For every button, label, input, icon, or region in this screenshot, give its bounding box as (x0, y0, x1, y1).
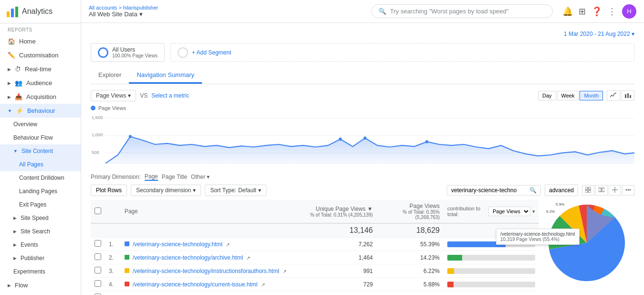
sidebar-item-events[interactable]: ▶ Events (0, 238, 81, 251)
audience-icon: 👥 (15, 79, 22, 87)
external-link-icon[interactable]: ↗ (283, 269, 286, 274)
property-selector[interactable]: All Web Site Data ▾ (89, 11, 158, 18)
unique-page-views-header[interactable]: Unique Page Views ▼ % of Total: 0.31% (4… (300, 200, 377, 223)
sidebar-item-label: Experiments (13, 268, 45, 275)
external-link-icon[interactable]: ↗ (246, 255, 250, 261)
expand-icon: ▶ (13, 229, 17, 234)
bar-chart-button[interactable] (621, 90, 634, 101)
row-pv-pct: 55.39% (377, 238, 443, 251)
expand-icon: ▶ (13, 242, 17, 247)
sort-arrow-icon: ▼ (367, 206, 373, 212)
comparison-button[interactable] (595, 185, 608, 196)
sidebar-item-overview[interactable]: Overview (0, 118, 81, 131)
sidebar-item-customisation[interactable]: ✏️ Customisation (0, 48, 81, 62)
page-link[interactable]: /veterinary-science-technology/instructi… (133, 268, 279, 274)
add-segment-button[interactable]: + Add Segment (170, 43, 634, 62)
contribution-metric-select[interactable]: Page Views (488, 207, 530, 216)
sidebar-item-site-content[interactable]: ▼ Site Content (0, 144, 81, 158)
search-filter-icon[interactable]: 🔍 (529, 187, 537, 194)
row-page: /veterinary-science-technology/inpress.h… (121, 291, 300, 295)
help-icon[interactable]: ❓ (591, 6, 602, 17)
filter-input[interactable] (451, 187, 528, 194)
sidebar-item-label: Customisation (19, 52, 58, 59)
expand-icon: ▶ (13, 256, 17, 261)
line-chart-button[interactable] (607, 90, 620, 101)
sort-type-button[interactable]: Sort Type: Default ▾ (205, 185, 266, 196)
sidebar-item-experiments[interactable]: Experiments (0, 265, 81, 278)
segment-name: All Users (112, 46, 158, 53)
all-users-segment[interactable]: All Users 100.00% Page Views (91, 43, 165, 62)
svg-rect-2 (15, 7, 18, 17)
breadcrumb-publisher[interactable]: hilarispublisher (123, 5, 158, 11)
tab-navigation-summary[interactable]: Navigation Summary (129, 67, 202, 84)
row-color-indicator (125, 241, 129, 246)
data-table-wrapper: Page Unique Page Views ▼ % of Total: 0.3… (91, 200, 539, 295)
global-search[interactable]: 🔍 Try searching "Worst pages by load spe… (371, 4, 553, 18)
row-checkbox[interactable] (95, 240, 101, 247)
sidebar-item-exit-pages[interactable]: Exit Pages (0, 198, 81, 211)
sidebar-item-acquisition[interactable]: ▶ 📥 Acquisition (0, 90, 81, 104)
pivot-button[interactable] (609, 185, 621, 196)
sidebar-item-label: Landing Pages (19, 188, 57, 195)
sidebar-item-landing-pages[interactable]: Landing Pages (0, 185, 81, 198)
dimension-page-link[interactable]: Page (145, 173, 158, 181)
sidebar-item-audience[interactable]: ▶ 👥 Audience (0, 76, 81, 90)
behaviour-icon: ⚡ (16, 107, 23, 114)
more-icon[interactable]: ⋮ (608, 6, 616, 17)
line-chart-icon (610, 92, 617, 98)
sidebar-item-publisher[interactable]: ▶ Publisher (0, 251, 81, 265)
external-link-icon[interactable]: ↗ (261, 282, 265, 287)
svg-point-16 (425, 140, 428, 143)
notifications-icon[interactable]: 🔔 (562, 6, 573, 17)
row-checkbox[interactable] (95, 267, 101, 273)
svg-rect-5 (630, 95, 631, 98)
dimension-other-link[interactable]: Other ▾ (191, 174, 210, 180)
secondary-dimension-button[interactable]: Secondary dimension ▾ (131, 185, 201, 196)
sidebar-item-all-pages[interactable]: All Pages (0, 158, 81, 171)
page-column-header[interactable]: Page (121, 200, 300, 223)
sidebar-item-behaviour[interactable]: ▼ ⚡ Behaviour (0, 104, 81, 118)
filter-input-area[interactable]: 🔍 (447, 185, 541, 196)
metric-selector-button[interactable]: Page Views ▾ (91, 90, 136, 101)
chevron-down-icon: ▾ (258, 187, 261, 194)
month-button[interactable]: Month (580, 91, 603, 100)
select-metric-link[interactable]: Select a metric (151, 92, 189, 99)
tab-explorer[interactable]: Explorer (91, 67, 129, 84)
sidebar-item-site-speed[interactable]: ▶ Site Speed (0, 211, 81, 225)
table-grid-button[interactable] (582, 185, 594, 196)
more-options-button[interactable] (622, 185, 634, 196)
page-link[interactable]: /veterinary-science-technology/current-i… (133, 281, 257, 288)
breadcrumb-all-accounts[interactable]: All accounts (89, 5, 117, 11)
svg-point-15 (364, 137, 367, 140)
sidebar-item-content-drilldown[interactable]: Content Drilldown (0, 171, 81, 185)
segments-bar: All Users 100.00% Page Views + Add Segme… (91, 43, 634, 62)
row-checkbox[interactable] (95, 280, 101, 287)
sidebar-item-realtime[interactable]: ▶ ⏱ Real-time (0, 62, 81, 76)
sidebar-item-search[interactable]: 🔍 Search (0, 292, 81, 295)
sidebar: Analytics REPORTS 🏠 Home ✏️ Customisatio… (0, 0, 81, 295)
external-link-icon[interactable]: ↗ (226, 242, 230, 247)
page-link[interactable]: /veterinary-science-technology.html (133, 241, 222, 248)
sidebar-item-behaviour-flow[interactable]: Behaviour Flow (0, 131, 81, 144)
total-unique-pv: 13,146 (300, 223, 377, 238)
sidebar-item-site-search[interactable]: ▶ Site Search (0, 225, 81, 238)
page-link[interactable]: /veterinary-science-technology/archive.h… (133, 254, 243, 261)
select-all-checkbox[interactable] (95, 208, 101, 214)
sidebar-item-flow[interactable]: ▶ Flow (0, 278, 81, 292)
dimension-page-title-link[interactable]: Page Title (162, 174, 187, 180)
date-range-selector[interactable]: 1 Mar 2020 - 21 Aug 2022 ▾ (91, 31, 634, 37)
apps-icon[interactable]: ⊞ (579, 6, 586, 17)
user-avatar[interactable]: H (622, 4, 636, 19)
row-checkbox[interactable] (95, 253, 101, 260)
pie-label-2: 5.9% (556, 202, 564, 207)
chart-area: Page Views 1,500 1,000 500 (91, 105, 634, 167)
page-views-header[interactable]: Page Views % of Total: 0.35% (5,268,763) (377, 200, 443, 223)
sidebar-item-home[interactable]: 🏠 Home (0, 34, 81, 48)
row-contribution (443, 251, 539, 264)
svg-point-27 (626, 189, 627, 191)
plot-rows-button[interactable]: Plot Rows (91, 185, 127, 196)
day-button[interactable]: Day (538, 91, 556, 100)
row-pv-pct: 14.23% (377, 251, 443, 264)
advanced-button[interactable]: advanced (545, 185, 578, 196)
week-button[interactable]: Week (557, 91, 579, 100)
